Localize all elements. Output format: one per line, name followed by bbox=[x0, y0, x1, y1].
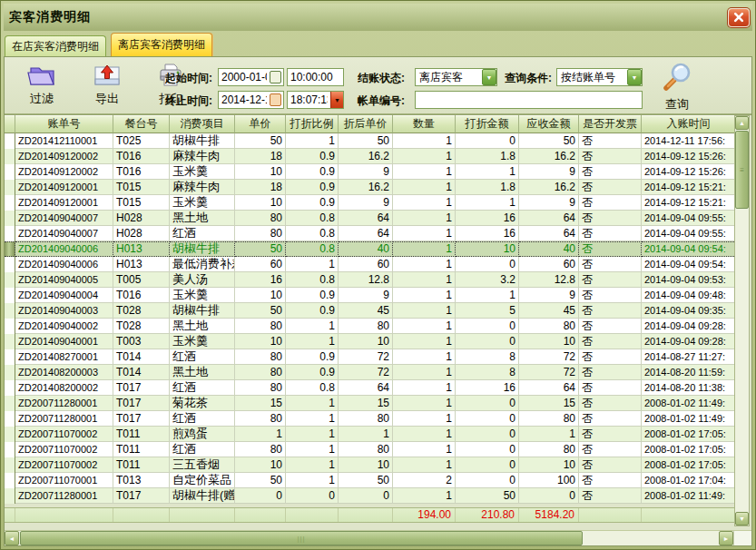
horizontal-scrollbar[interactable]: ◄ ||| ► bbox=[5, 530, 751, 545]
totals-row: 194.00210.805184.20 bbox=[5, 507, 736, 523]
table-row[interactable]: ZD201409040004T016玉米羹100.99119否2014-09-0… bbox=[5, 288, 736, 303]
column-header[interactable]: 入账时间 bbox=[642, 115, 736, 133]
end-date-picker-button[interactable] bbox=[270, 93, 281, 106]
chevron-down-icon[interactable]: ▼ bbox=[627, 69, 642, 85]
vertical-scroll-track[interactable] bbox=[735, 210, 749, 512]
table-row[interactable]: ZD200711280001T017菊花茶151151015否2008-01-0… bbox=[5, 396, 736, 411]
row-indicator[interactable] bbox=[5, 380, 15, 396]
horizontal-scroll-thumb[interactable]: ||| bbox=[20, 531, 583, 545]
row-indicator[interactable] bbox=[5, 349, 15, 365]
start-date-input[interactable] bbox=[219, 71, 270, 83]
table-row[interactable]: ZD200711070002T011煎鸡蛋111101否2008-01-02 1… bbox=[5, 427, 736, 442]
row-indicator[interactable] bbox=[5, 473, 15, 488]
end-date-input[interactable] bbox=[219, 93, 270, 106]
table-row[interactable]: ZD201409040007H028黑土地800.86411664否2014-0… bbox=[5, 211, 736, 226]
table-row[interactable]: ZD201412110001T025胡椒牛排501501050否2014-12-… bbox=[5, 133, 736, 149]
table-cell: 1 bbox=[286, 257, 339, 272]
column-header[interactable]: 单价 bbox=[235, 115, 286, 133]
row-indicator[interactable] bbox=[5, 427, 15, 442]
scroll-left-button[interactable]: ◄ bbox=[5, 531, 19, 545]
table-row[interactable]: ZD200711280001T017胡椒牛排(赠送)0001500否2008-0… bbox=[5, 488, 736, 504]
table-row[interactable]: ZD201409040006H013最低消费补差601601060否2014-0… bbox=[5, 257, 736, 272]
table-row[interactable]: ZD200711280001T017红酒801801080否2008-01-02… bbox=[5, 411, 736, 427]
table-cell: 否 bbox=[579, 226, 642, 241]
condition-select[interactable]: 按结账单号 ▼ bbox=[556, 68, 643, 86]
table-row[interactable]: ZD201409120001T015麻辣牛肉180.916.211.816.2否… bbox=[5, 180, 736, 195]
table-row[interactable]: ZD201409040005T005美人汤160.812.813.212.8否2… bbox=[5, 272, 736, 288]
table-row[interactable]: ZD201409040002T028黑土地801801080否2014-09-0… bbox=[5, 319, 736, 334]
horizontal-scroll-track[interactable] bbox=[584, 531, 719, 545]
export-button[interactable]: 导出 bbox=[81, 62, 133, 107]
table-row[interactable]: ZD201409040006H013胡椒牛排500.84011040否2014-… bbox=[5, 241, 736, 257]
table-row[interactable]: ZD201408270001T014红酒800.9721872否2014-08-… bbox=[5, 349, 736, 365]
search-button[interactable]: 查询 bbox=[651, 62, 703, 113]
table-row[interactable]: ZD200711070002T011三五香烟101101010否2008-01-… bbox=[5, 457, 736, 473]
table-row[interactable]: ZD201408200002T017红酒800.86411664否2014-08… bbox=[5, 380, 736, 396]
row-indicator[interactable] bbox=[5, 488, 15, 504]
table-cell: 红酒 bbox=[170, 380, 235, 396]
tab-instore-detail[interactable]: 在店宾客消费明细 bbox=[5, 35, 106, 56]
bill-no-input[interactable] bbox=[416, 93, 642, 106]
row-indicator[interactable] bbox=[5, 334, 15, 349]
row-indicator[interactable] bbox=[5, 257, 15, 272]
row-indicator[interactable] bbox=[5, 457, 15, 473]
row-indicator[interactable] bbox=[5, 303, 15, 319]
table-row[interactable]: ZD200711070002T011红酒801801080否2008-01-02… bbox=[5, 442, 736, 457]
table-row[interactable]: ZD201409040007H028红酒800.86411664否2014-09… bbox=[5, 226, 736, 241]
row-indicator[interactable] bbox=[5, 365, 15, 380]
start-clock-input[interactable] bbox=[288, 71, 343, 83]
header-corner[interactable] bbox=[5, 115, 15, 133]
table-cell: 黑土地 bbox=[170, 211, 235, 226]
table-row[interactable]: ZD201409120002T016麻辣牛肉180.916.211.816.2否… bbox=[5, 149, 736, 164]
row-indicator[interactable] bbox=[5, 211, 15, 226]
row-indicator[interactable] bbox=[5, 319, 15, 334]
time-spinner-button[interactable]: ▼ bbox=[330, 92, 343, 108]
end-clock-input[interactable] bbox=[288, 93, 330, 106]
vertical-scrollbar[interactable]: ▲ ≡ ▼ bbox=[734, 115, 750, 526]
table-row[interactable]: ZD201409040003T028胡椒牛排500.9451545否2014-0… bbox=[5, 303, 736, 319]
column-header[interactable]: 是否开发票 bbox=[579, 115, 642, 133]
row-indicator[interactable] bbox=[5, 396, 15, 411]
row-indicator[interactable] bbox=[5, 164, 15, 180]
table-cell: 50 bbox=[519, 133, 579, 149]
column-header[interactable]: 打折金额 bbox=[456, 115, 519, 133]
close-button[interactable] bbox=[728, 8, 750, 27]
vertical-scroll-thumb[interactable]: ≡ bbox=[735, 131, 749, 209]
table-cell: 2014-09-04 09:53: bbox=[642, 272, 736, 288]
row-indicator[interactable] bbox=[5, 180, 15, 195]
scroll-down-button[interactable]: ▼ bbox=[735, 512, 749, 525]
row-indicator[interactable] bbox=[5, 411, 15, 427]
table-cell: 0 bbox=[456, 473, 519, 488]
table-row[interactable]: ZD201408200003T014黑土地800.9721872否2014-08… bbox=[5, 365, 736, 380]
scroll-up-button[interactable]: ▲ bbox=[735, 116, 749, 130]
table-cell: 2008-01-02 11:49: bbox=[642, 396, 736, 411]
column-header[interactable]: 数量 bbox=[393, 115, 456, 133]
column-header[interactable]: 折后单价 bbox=[339, 115, 393, 133]
start-date-picker-button[interactable] bbox=[270, 71, 281, 83]
row-indicator[interactable] bbox=[5, 288, 15, 303]
row-indicator[interactable] bbox=[5, 149, 15, 164]
column-header[interactable]: 餐台号 bbox=[113, 115, 170, 133]
row-indicator[interactable] bbox=[5, 272, 15, 288]
table-cell: T014 bbox=[113, 349, 170, 365]
status-select[interactable]: 离店宾客 ▼ bbox=[415, 68, 497, 86]
filter-button[interactable]: 过滤 bbox=[15, 62, 68, 107]
row-indicator[interactable] bbox=[5, 226, 15, 241]
column-header[interactable]: 账单号 bbox=[15, 115, 113, 133]
table-row[interactable]: ZD200711070001T013自定价菜品5015020100否2008-0… bbox=[5, 473, 736, 488]
tab-departed-detail[interactable]: 离店宾客消费明细 bbox=[111, 33, 212, 56]
table-row[interactable]: ZD201409120002T016玉米羹100.99119否2014-09-1… bbox=[5, 164, 736, 180]
column-header[interactable]: 应收金额 bbox=[519, 115, 579, 133]
table-row[interactable]: ZD201409120001T015玉米羹100.99119否2014-09-1… bbox=[5, 195, 736, 211]
column-header[interactable]: 打折比例 bbox=[286, 115, 339, 133]
row-indicator[interactable] bbox=[5, 442, 15, 457]
table-row[interactable]: ZD201409040001T003玉米羹101101010否2014-09-0… bbox=[5, 334, 736, 349]
scroll-right-button[interactable]: ► bbox=[719, 531, 733, 545]
table-cell: T011 bbox=[113, 457, 170, 473]
column-header[interactable]: 消费项目 bbox=[170, 115, 235, 133]
row-indicator[interactable] bbox=[5, 133, 15, 149]
row-indicator[interactable] bbox=[5, 241, 15, 257]
chevron-down-icon[interactable]: ▼ bbox=[482, 69, 496, 85]
folder-icon bbox=[15, 62, 68, 89]
row-indicator[interactable] bbox=[5, 195, 15, 211]
